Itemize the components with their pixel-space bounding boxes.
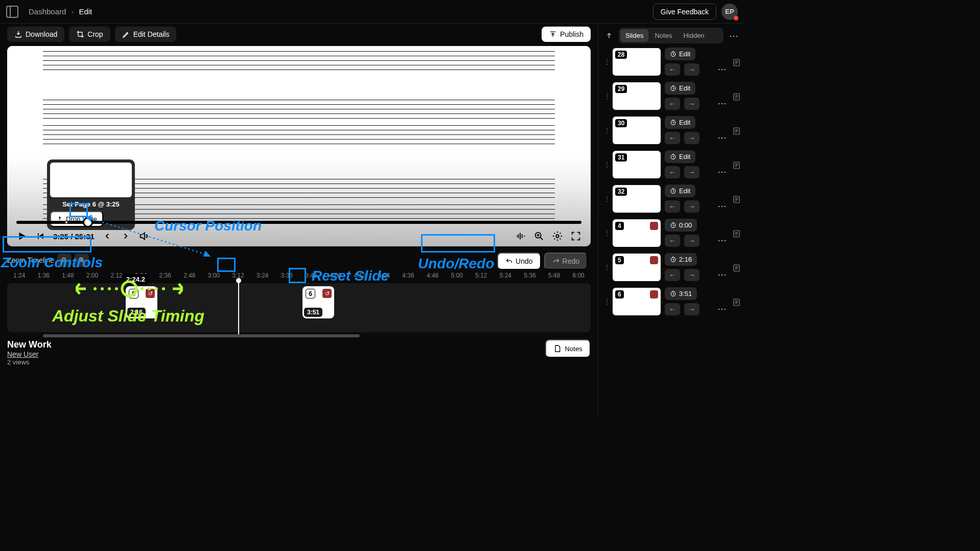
slide-prev-button[interactable]: ←	[665, 200, 680, 213]
slide-next-button[interactable]: →	[684, 235, 699, 247]
slide-prev-button[interactable]: ←	[665, 303, 680, 315]
ruler-tick: 5:00	[445, 272, 469, 281]
slide-next-button[interactable]: →	[684, 132, 699, 144]
download-button[interactable]: Download	[7, 27, 64, 42]
slide-thumbnail[interactable]: 5	[613, 254, 661, 281]
slide-more-button[interactable]: ⋯	[717, 166, 727, 178]
slide-more-button[interactable]: ⋯	[717, 132, 727, 144]
slide-thumbnail[interactable]: 28	[613, 48, 661, 76]
drag-handle-icon[interactable]: ⋮⋮	[603, 58, 609, 66]
undo-button[interactable]: Undo	[497, 252, 541, 270]
edit-details-button[interactable]: Edit Details	[115, 27, 177, 42]
slide-more-button[interactable]: ⋯	[717, 200, 727, 213]
progress-bar[interactable]	[16, 221, 581, 224]
notes-button[interactable]: Notes	[545, 339, 591, 358]
cursor-tooltip: 2:24.2	[122, 274, 149, 285]
slide-prev-button[interactable]: ←	[665, 63, 680, 76]
slide-more-button[interactable]: ⋯	[717, 269, 727, 281]
note-icon[interactable]	[731, 56, 742, 67]
note-icon[interactable]	[731, 227, 742, 238]
play-button[interactable]	[16, 231, 28, 242]
panel-toggle-icon[interactable]	[6, 6, 18, 18]
note-icon[interactable]	[731, 296, 742, 307]
reset-slide-button[interactable]: ↺	[322, 289, 332, 298]
slide-next-button[interactable]: →	[684, 63, 699, 76]
slide-more-button[interactable]: ⋯	[717, 63, 727, 76]
slide-next-button[interactable]: →	[684, 303, 699, 315]
slide-edit-button[interactable]: 0:00	[665, 219, 697, 232]
zoom-icon[interactable]	[533, 231, 545, 242]
zoom-out-button[interactable]	[57, 254, 72, 267]
waveform-icon[interactable]	[515, 231, 526, 242]
drop-slide-button[interactable]: Drop Slide	[50, 211, 103, 227]
slide-edit-button[interactable]: Edit	[665, 185, 695, 197]
give-feedback-button[interactable]: Give Feedback	[653, 4, 716, 20]
publish-button[interactable]: Publish	[542, 27, 591, 42]
timeline-slide[interactable]: 6 ↺ 3:51	[302, 286, 334, 318]
slide-thumbnail[interactable]: 31	[613, 151, 661, 178]
slide-prev-button[interactable]: ←	[665, 166, 680, 178]
timeline-slide[interactable]: 5 ↺ 2:16	[126, 286, 157, 318]
drag-handle-icon[interactable]: ⋮⋮	[603, 229, 609, 237]
timeline-scrollbar[interactable]	[43, 334, 360, 337]
slide-edit-button[interactable]: 2:16	[665, 253, 697, 266]
note-icon[interactable]	[731, 262, 742, 272]
reset-badge-icon	[650, 290, 658, 299]
note-icon[interactable]	[731, 125, 742, 135]
note-icon[interactable]	[731, 90, 742, 101]
drag-handle-icon[interactable]: ⋮⋮	[603, 195, 609, 203]
scroll-up-button[interactable]	[603, 30, 615, 41]
panel-more-button[interactable]: ⋯	[728, 30, 740, 41]
work-user-link[interactable]: New User	[7, 350, 52, 358]
reset-slide-button[interactable]: ↺	[146, 289, 155, 298]
slide-edit-button[interactable]: 3:51	[665, 287, 697, 300]
zoom-in-button[interactable]	[75, 254, 89, 267]
slide-edit-button[interactable]: Edit	[665, 116, 695, 129]
tab-hidden[interactable]: Hidden	[678, 29, 709, 42]
slide-time: 3:51	[304, 308, 322, 317]
settings-icon[interactable]	[552, 231, 563, 242]
slide-prev-button[interactable]: ←	[665, 132, 680, 144]
slide-more-button[interactable]: ⋯	[717, 98, 727, 110]
drag-handle-icon[interactable]: ⋮⋮	[603, 297, 609, 306]
slide-next-button[interactable]: →	[684, 200, 699, 213]
tab-slides[interactable]: Slides	[620, 29, 648, 42]
drag-handle-icon[interactable]: ⋮⋮	[603, 160, 609, 169]
user-avatar[interactable]: EP	[721, 4, 738, 20]
note-icon[interactable]	[731, 193, 742, 204]
redo-button[interactable]: Redo	[544, 252, 588, 270]
slide-edit-button[interactable]: Edit	[665, 82, 695, 95]
next-button[interactable]	[120, 231, 131, 242]
slide-prev-button[interactable]: ←	[665, 235, 680, 247]
slide-more-button[interactable]: ⋯	[717, 235, 727, 247]
player-controls: 3:25 / 25:31	[7, 226, 591, 246]
ruler-tick: 3:24	[250, 272, 275, 281]
slide-more-button[interactable]: ⋯	[717, 303, 727, 315]
slide-prev-button[interactable]: ←	[665, 269, 680, 281]
volume-button[interactable]	[138, 231, 150, 242]
prev-button[interactable]	[102, 231, 113, 242]
top-bar: Dashboard › Edit Give Feedback EP	[0, 0, 744, 24]
timeline-cursor[interactable]	[238, 280, 239, 337]
slide-next-button[interactable]: →	[684, 98, 699, 110]
drag-handle-icon[interactable]: ⋮⋮	[603, 126, 609, 134]
note-icon[interactable]	[731, 159, 742, 170]
slide-next-button[interactable]: →	[684, 166, 699, 178]
slide-thumbnail[interactable]: 4	[613, 219, 661, 247]
slide-prev-button[interactable]: ←	[665, 98, 680, 110]
slide-edit-button[interactable]: Edit	[665, 48, 695, 60]
slide-edit-button[interactable]: Edit	[665, 150, 695, 163]
slide-next-button[interactable]: →	[684, 269, 699, 281]
tab-notes[interactable]: Notes	[649, 29, 677, 42]
crop-button[interactable]: Crop	[69, 27, 110, 42]
slide-thumbnail[interactable]: 6	[613, 288, 661, 315]
drag-handle-icon[interactable]: ⋮⋮	[603, 263, 609, 271]
slide-thumbnail[interactable]: 32	[613, 185, 661, 213]
fullscreen-icon[interactable]	[570, 231, 581, 242]
breadcrumb-root[interactable]: Dashboard	[29, 7, 66, 16]
skip-start-button[interactable]	[35, 231, 46, 242]
slide-thumbnail[interactable]: 29	[613, 82, 661, 110]
slide-thumbnail[interactable]: 30	[613, 117, 661, 144]
timeline-tracks[interactable]: 2:24.2 5 ↺ 2:16 6 ↺ 3:51	[7, 283, 591, 332]
drag-handle-icon[interactable]: ⋮⋮	[603, 92, 609, 100]
